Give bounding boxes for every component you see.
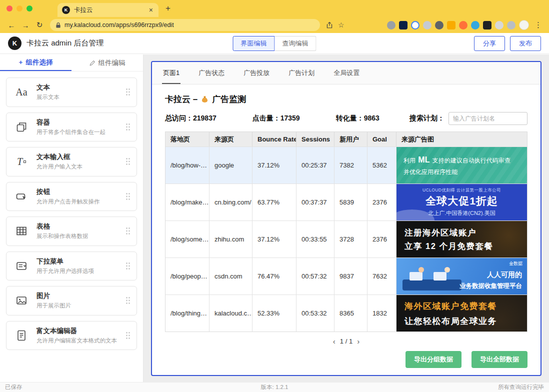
component-card-container[interactable]: 容器 用于将多个组件集合在一起 [6, 112, 137, 142]
component-card-richtext[interactable]: 富文本编辑器 允许用户编辑富文本格式的文本 [6, 321, 137, 350]
extension-icon[interactable] [507, 21, 516, 30]
money-bag-icon [200, 95, 209, 104]
new-tab-button[interactable]: + [166, 4, 170, 17]
page-tab-ad-delivery[interactable]: 广告投放 [242, 62, 270, 84]
component-sidebar: + 组件选择 组件编辑 Aa 文本 展示文本 [0, 54, 144, 382]
extension-icon[interactable] [435, 21, 444, 30]
drag-handle-icon[interactable] [126, 88, 130, 96]
page-indicator: 1 / 1 [340, 338, 352, 345]
app-preview-panel[interactable]: 页面1 广告状态 广告投放 广告计划 全局设置 卡拉云 – 广告监测 总访问：2… [151, 61, 542, 376]
stat-clicks: 点击量：17359 [252, 114, 300, 123]
button-icon [12, 190, 30, 202]
tab-close-icon[interactable]: × [148, 6, 154, 14]
table-row[interactable]: /blog/peop… csdn.com 76.47% 00:57:32 983… [166, 258, 527, 294]
export-all-button[interactable]: 导出全部数据 [472, 351, 528, 368]
tab-component-select-label: 组件选择 [26, 58, 52, 67]
drag-handle-icon[interactable] [126, 262, 130, 270]
cell-sessions: 00:53:32 [296, 295, 334, 332]
share-icon[interactable] [326, 22, 333, 29]
cell-sessions: 00:37:37 [296, 184, 334, 220]
address-bar[interactable]: my.kalacloud.com/apps/s696rrzpx9/edit [50, 19, 320, 31]
cell-landing: /blog/thing… [166, 295, 210, 332]
drag-handle-icon[interactable] [126, 192, 130, 200]
page-prev-icon[interactable]: ‹ [333, 338, 336, 345]
component-card-text-input[interactable]: T 文本输入框 允许用户输入文本 [6, 147, 137, 176]
page-tab-ad-status[interactable]: 广告状态 [198, 62, 226, 84]
drag-handle-icon[interactable] [126, 332, 130, 340]
tab-component-edit[interactable]: 组件编辑 [72, 54, 143, 71]
cell-landing: /blog/peop… [166, 258, 210, 294]
table-row[interactable]: /blog/make… cn.bing.com/ 63.77% 00:37:37… [166, 184, 527, 220]
browser-toolbar: ← → ↻ my.kalacloud.com/apps/s696rrzpx9/e… [0, 17, 549, 33]
table-row[interactable]: /blog/how-… google 37.12% 00:25:37 7382 … [166, 146, 527, 184]
browser-tab[interactable]: K 卡拉云 × [58, 3, 158, 17]
cell-new-users: 7382 [334, 147, 368, 184]
dropdown-icon [12, 260, 30, 272]
close-window-button[interactable] [6, 6, 12, 12]
cell-source: csdn.com [210, 258, 252, 294]
query-edit-button[interactable]: 查询编辑 [275, 36, 316, 51]
export-group-button[interactable]: 导出分组数据 [406, 351, 462, 368]
ad-image-ucloud: UCLOUD优刻得 云计算第一股上市公司 全球大促1折起 北上广.中国香港(CN… [396, 184, 527, 220]
forward-button[interactable]: → [19, 21, 32, 30]
page-tab-1[interactable]: 页面1 [162, 62, 180, 84]
page-title-prefix: 卡拉云 – [165, 94, 198, 105]
tab-component-edit-label: 组件编辑 [98, 58, 126, 68]
component-card-table[interactable]: 表格 展示和操作表格数据 [6, 216, 137, 246]
plus-icon: + [19, 58, 23, 66]
plan-search-input[interactable] [448, 112, 528, 125]
component-name: 容器 [36, 118, 120, 127]
component-card-dropdown[interactable]: 下拉菜单 用于允许用户选择选项 [6, 252, 137, 281]
ui-edit-button[interactable]: 界面编辑 [233, 36, 275, 51]
text-input-icon: T [12, 156, 30, 168]
header-landing: 落地页 [166, 132, 210, 146]
table-row[interactable]: /blog/some… zhihu.com 37.12% 00:33:55 37… [166, 220, 527, 258]
query-status: 所有查询运行完毕 [498, 384, 544, 391]
minimize-window-button[interactable] [16, 6, 22, 12]
component-desc: 用于展示图片 [36, 302, 120, 310]
share-button[interactable]: 分享 [474, 36, 505, 51]
app-logo: K [8, 36, 22, 50]
extension-icon[interactable] [399, 21, 408, 30]
cell-goal: 5362 [368, 147, 396, 184]
cell-landing: /blog/how-… [166, 147, 210, 184]
header-new-users: 新用户 [334, 132, 368, 146]
profile-avatar[interactable] [519, 20, 529, 30]
page-tab-ad-plan[interactable]: 广告计划 [288, 62, 316, 84]
menu-kebab-icon[interactable]: ⋮ [532, 20, 544, 30]
header-bounce: Bounce Rate [252, 132, 296, 146]
ads-table: 落地页 来源页 Bounce Rate Sessions 新用户 Goal 来源… [165, 132, 528, 332]
component-card-image[interactable]: 图片 用于展示图片 [6, 286, 137, 316]
lock-icon [56, 22, 61, 28]
ad-image-free-plan: 海外区域账户免费套餐 让您轻松布局全球业务 [396, 295, 527, 332]
cell-ad: 海外区域账户免费套餐 让您轻松布局全球业务 [396, 295, 527, 332]
tab-title: 卡拉云 [74, 6, 144, 14]
back-button[interactable]: ← [5, 21, 18, 30]
table-row[interactable]: /blog/thing… kalacloud.c… 52.33% 00:53:3… [166, 294, 527, 332]
extension-icon[interactable] [459, 21, 468, 30]
extension-icon[interactable] [423, 21, 432, 30]
component-desc: 允许用户编辑富文本格式的文本 [36, 337, 120, 345]
drag-handle-icon[interactable] [126, 158, 130, 166]
publish-button[interactable]: 发布 [510, 36, 541, 51]
page-next-icon[interactable]: › [357, 338, 360, 345]
tab-component-select[interactable]: + 组件选择 [0, 54, 72, 71]
page-tab-global-settings[interactable]: 全局设置 [332, 62, 360, 84]
extension-icon[interactable] [471, 21, 480, 30]
component-card-button[interactable]: 按钮 允许用户点击并触发操作 [6, 182, 137, 212]
extension-icon[interactable] [495, 21, 504, 30]
drag-handle-icon[interactable] [126, 227, 130, 235]
bookmark-star-icon[interactable]: ☆ [338, 21, 344, 29]
extension-icon[interactable] [447, 21, 456, 30]
component-card-text[interactable]: Aa 文本 展示文本 [6, 78, 137, 107]
extension-icon[interactable] [483, 21, 492, 30]
drag-handle-icon[interactable] [126, 123, 130, 131]
extension-icon[interactable] [411, 21, 420, 30]
drag-handle-icon[interactable] [126, 296, 130, 304]
cell-bounce: 52.33% [252, 295, 296, 332]
maximize-window-button[interactable] [26, 6, 32, 12]
stat-conversions: 转化量：9863 [336, 114, 380, 123]
cell-sessions: 00:25:37 [296, 147, 334, 184]
extension-icon[interactable] [387, 21, 396, 30]
reload-button[interactable]: ↻ [33, 20, 46, 30]
